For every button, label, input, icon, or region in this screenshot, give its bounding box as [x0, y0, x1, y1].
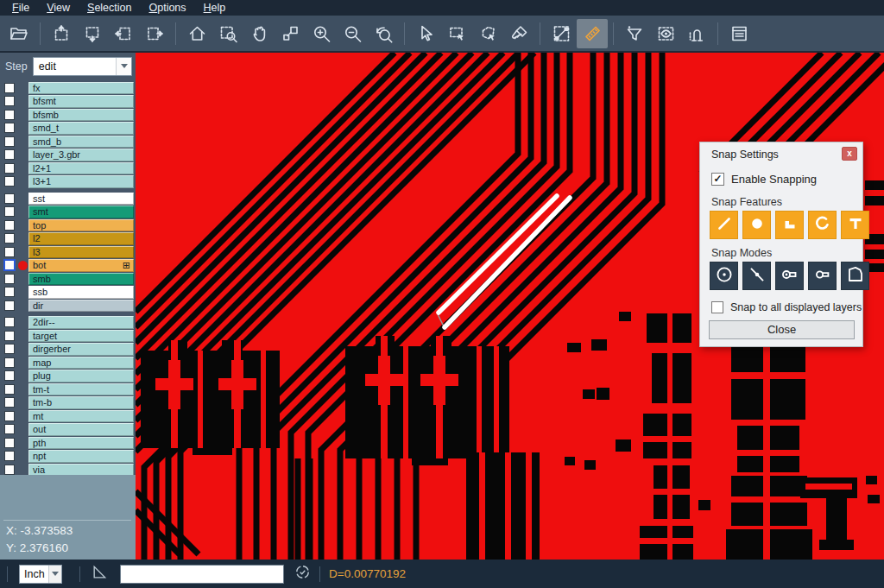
- snap-mode-midpoint-button[interactable]: [742, 262, 771, 290]
- snap-pad-button[interactable]: [742, 211, 771, 239]
- enable-snapping-checkbox[interactable]: ✓: [711, 173, 724, 186]
- units-select[interactable]: Inch: [19, 565, 62, 584]
- chevron-down-icon[interactable]: [48, 566, 61, 583]
- layer-visibility-checkbox[interactable]: [4, 96, 15, 106]
- measure-segment-button[interactable]: [546, 19, 577, 48]
- layer-name[interactable]: plug: [28, 370, 134, 383]
- layer-visibility-checkbox[interactable]: [4, 220, 15, 231]
- layer-name[interactable]: smt: [28, 205, 134, 218]
- layer-name[interactable]: dirgerber: [28, 343, 134, 356]
- layer-visibility-checkbox[interactable]: [4, 136, 15, 147]
- layer-visibility-checkbox[interactable]: [4, 397, 15, 408]
- view-options-button[interactable]: [650, 19, 681, 48]
- zoom-previous-button[interactable]: [368, 19, 399, 48]
- layer-name[interactable]: top: [28, 219, 134, 232]
- layer-visibility-checkbox[interactable]: [4, 123, 15, 133]
- layer-name[interactable]: fx: [28, 82, 134, 95]
- menu-options[interactable]: Options: [140, 1, 194, 16]
- apply-check-icon[interactable]: [294, 564, 311, 584]
- layer-name[interactable]: target: [28, 330, 134, 343]
- layer-name[interactable]: smb: [28, 273, 134, 286]
- zoom-object-button[interactable]: [275, 19, 306, 48]
- layer-visibility-checkbox[interactable]: [4, 344, 15, 354]
- layer-name[interactable]: bot⊞: [28, 259, 134, 272]
- select-pointer-button[interactable]: [410, 19, 441, 48]
- layer-name[interactable]: bfsmt: [28, 95, 134, 108]
- layer-visibility-checkbox[interactable]: [4, 287, 15, 297]
- snap-surface-button[interactable]: [775, 211, 804, 239]
- layer-visibility-checkbox[interactable]: [4, 357, 15, 368]
- layer-name[interactable]: pth: [28, 437, 134, 450]
- layer-visibility-checkbox[interactable]: [4, 451, 15, 461]
- layer-name[interactable]: bfsmb: [28, 109, 134, 122]
- layer-visibility-checkbox[interactable]: [4, 317, 15, 327]
- menu-file[interactable]: File: [3, 1, 38, 16]
- zoom-window-button[interactable]: [212, 19, 243, 48]
- layer-visibility-checkbox[interactable]: [4, 83, 15, 93]
- layer-visibility-checkbox[interactable]: [4, 193, 15, 204]
- layer-visibility-checkbox[interactable]: [4, 206, 15, 217]
- pan-right-button[interactable]: [139, 19, 170, 48]
- pan-down-button[interactable]: [77, 19, 108, 48]
- layer-name[interactable]: tm-b: [28, 396, 134, 409]
- layer-name[interactable]: layer_3.gbr: [28, 149, 134, 161]
- pan-left-button[interactable]: [108, 19, 139, 48]
- menu-view[interactable]: View: [38, 1, 79, 16]
- layer-visibility-checkbox[interactable]: [4, 384, 15, 395]
- layer-name[interactable]: sst: [28, 193, 134, 205]
- snap-arc-button[interactable]: [808, 211, 837, 239]
- layer-name[interactable]: smd_t: [28, 122, 134, 135]
- menu-selection[interactable]: Selection: [79, 1, 140, 16]
- layer-visibility-checkbox[interactable]: [4, 274, 15, 284]
- layer-visibility-checkbox[interactable]: [4, 424, 15, 434]
- highlight-brush-button[interactable]: [503, 19, 534, 48]
- measure-value-input[interactable]: [120, 565, 284, 584]
- snap-text-button[interactable]: [841, 211, 869, 239]
- close-button[interactable]: Close: [709, 320, 855, 339]
- layer-visibility-checkbox[interactable]: [4, 176, 15, 187]
- layer-name[interactable]: smd_b: [28, 136, 134, 149]
- menu-help[interactable]: Help: [195, 1, 235, 16]
- layer-name[interactable]: via: [28, 464, 134, 477]
- layer-grid-icon[interactable]: ⊞: [123, 260, 130, 271]
- layer-visibility-checkbox[interactable]: [4, 331, 15, 341]
- layer-name[interactable]: dir: [28, 300, 134, 313]
- chevron-down-icon[interactable]: [116, 58, 131, 75]
- measure-ruler-button[interactable]: [577, 19, 608, 48]
- layer-name[interactable]: ssb: [28, 286, 134, 299]
- pan-up-button[interactable]: [46, 19, 77, 48]
- snap-mode-end-button[interactable]: [808, 262, 837, 290]
- layer-name[interactable]: 2dir--: [28, 316, 134, 329]
- close-icon[interactable]: x: [842, 147, 857, 161]
- layer-name[interactable]: out: [28, 423, 134, 436]
- layer-visibility-checkbox[interactable]: [4, 110, 15, 120]
- layer-name[interactable]: tm-t: [28, 383, 134, 396]
- layer-visibility-checkbox[interactable]: [4, 370, 15, 381]
- layer-visibility-checkbox[interactable]: [4, 260, 15, 270]
- layer-name[interactable]: npt: [28, 450, 134, 463]
- snap-settings-button[interactable]: [681, 19, 712, 48]
- layer-name[interactable]: l3+1: [28, 175, 134, 188]
- select-rectangle-button[interactable]: [441, 19, 472, 48]
- zoom-out-button[interactable]: [337, 19, 368, 48]
- layer-visibility-checkbox[interactable]: [4, 438, 15, 448]
- layer-name[interactable]: l2+1: [28, 162, 134, 175]
- zoom-in-button[interactable]: [306, 19, 337, 48]
- layer-visibility-checkbox[interactable]: [4, 411, 15, 421]
- layer-visibility-checkbox[interactable]: [4, 300, 15, 311]
- layer-visibility-checkbox[interactable]: [4, 247, 15, 257]
- layer-visibility-checkbox[interactable]: [4, 163, 15, 174]
- layer-name[interactable]: l3: [28, 246, 134, 259]
- snap-mode-entry-button[interactable]: [775, 262, 804, 290]
- layer-visibility-checkbox[interactable]: [4, 149, 15, 160]
- pan-hand-button[interactable]: [243, 19, 275, 48]
- open-file-button[interactable]: [3, 19, 35, 48]
- layer-name[interactable]: mt: [28, 410, 134, 423]
- snap-mode-contour-button[interactable]: [841, 262, 869, 290]
- snap-mode-center-button[interactable]: [710, 262, 738, 290]
- snap-all-layers-checkbox[interactable]: [711, 301, 723, 313]
- layer-visibility-checkbox[interactable]: [4, 233, 15, 243]
- select-polygon-button[interactable]: [472, 19, 503, 48]
- layers-panel-button[interactable]: [723, 19, 755, 48]
- layer-visibility-checkbox[interactable]: [4, 465, 15, 475]
